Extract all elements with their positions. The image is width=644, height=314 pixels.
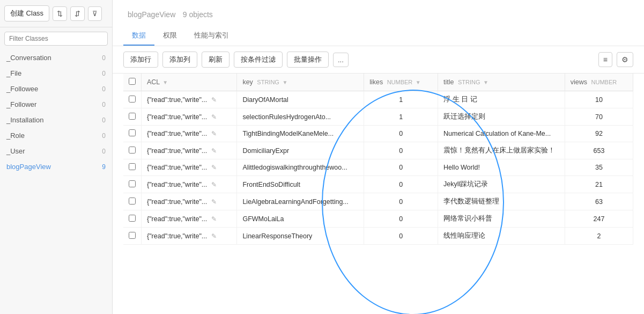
sidebar-header: 创建 Class ⇅ ⇵ ⊽ [0, 0, 112, 27]
sidebar-item--Conversation[interactable]: _Conversation0 [0, 50, 112, 65]
row-checkbox[interactable] [129, 198, 136, 205]
row-acl: {"read":true,"write"... ✎ [142, 126, 237, 142]
more-button[interactable]: ... [333, 53, 349, 67]
table-row: {"read":true,"write"... ✎ TightBindingMo… [123, 126, 633, 142]
sidebar-item-label: _Role [6, 132, 25, 140]
row-checkbox[interactable] [129, 180, 136, 187]
edit-icon[interactable]: ✎ [211, 232, 217, 240]
row-acl: {"read":true,"write"... ✎ [142, 228, 237, 245]
toolbar-right: ≡ ⚙ [598, 52, 633, 67]
row-views: 35 [565, 159, 633, 176]
sidebar-item--Follower[interactable]: _Follower0 [0, 97, 112, 112]
select-all-checkbox[interactable] [129, 78, 136, 85]
row-checkbox-cell [123, 126, 142, 142]
sidebar-item-count: 0 [102, 132, 106, 140]
table-row: {"read":true,"write"... ✎ DomiciliaryExp… [123, 142, 633, 159]
add-row-button[interactable]: 添加行 [123, 52, 158, 68]
columns-icon[interactable]: ≡ [598, 52, 612, 67]
row-title: 线性响应理论 [438, 228, 565, 245]
row-checkbox[interactable] [129, 129, 136, 136]
row-checkbox[interactable] [129, 163, 136, 170]
col-key: key STRING ▼ [237, 74, 364, 91]
row-checkbox-cell [123, 142, 142, 159]
row-checkbox[interactable] [129, 96, 136, 103]
edit-icon[interactable]: ✎ [211, 113, 217, 121]
tab-bar: 数据权限性能与索引 [123, 26, 633, 46]
edit-icon[interactable]: ✎ [211, 198, 217, 206]
col-title: title STRING ▼ [438, 74, 565, 91]
row-likes: 0 [364, 176, 438, 193]
sidebar-filter-button[interactable]: ⊽ [88, 6, 102, 21]
row-key: Alittledogiswalkingthroughthewoo... [237, 159, 364, 176]
sidebar-item-blogPageView[interactable]: blogPageView9 [0, 159, 112, 174]
row-checkbox-cell [123, 159, 142, 176]
sidebar-item-count: 0 [102, 85, 106, 93]
sidebar: 创建 Class ⇅ ⇵ ⊽ _Conversation0_File0_Foll… [0, 0, 113, 314]
object-count: 9 objects [183, 10, 213, 19]
row-checkbox-cell [123, 193, 142, 210]
row-checkbox[interactable] [129, 113, 136, 120]
refresh-button[interactable]: 刷新 [202, 52, 230, 68]
row-acl: {"read":true,"write"... ✎ [142, 142, 237, 159]
main-header: blogPageView 9 objects 数据权限性能与索引 [113, 0, 644, 46]
row-title: 跃迁选择定则 [438, 108, 565, 126]
sort-asc-button[interactable]: ⇅ [53, 6, 67, 21]
row-checkbox-cell [123, 176, 142, 193]
tab-权限[interactable]: 权限 [154, 26, 186, 46]
row-likes: 0 [364, 142, 438, 159]
row-title: Jekyll踩坑记录 [438, 176, 565, 193]
class-name: blogPageView [128, 10, 175, 19]
row-checkbox-cell [123, 228, 142, 245]
row-title: Numerical Calculation of Kane-Me... [438, 126, 565, 142]
table-row: {"read":true,"write"... ✎ FrontEndSoDiff… [123, 176, 633, 193]
col-checkbox [123, 74, 142, 91]
edit-icon[interactable]: ✎ [211, 96, 217, 104]
sidebar-item-count: 0 [102, 54, 106, 62]
data-table: ACL ▼ key STRING ▼ likes NUMBER ▼ title … [123, 74, 633, 245]
sidebar-item-count: 9 [102, 163, 106, 171]
edit-icon[interactable]: ✎ [211, 147, 217, 155]
sidebar-item-label: _File [6, 69, 21, 77]
sidebar-item--Followee[interactable]: _Followee0 [0, 81, 112, 97]
tab-性能与索引[interactable]: 性能与索引 [186, 26, 238, 46]
batch-button[interactable]: 批量操作 [287, 52, 329, 68]
row-acl: {"read":true,"write"... ✎ [142, 193, 237, 210]
row-likes: 0 [364, 210, 438, 228]
sidebar-item--Role[interactable]: _Role0 [0, 128, 112, 143]
row-acl: {"read":true,"write"... ✎ [142, 108, 237, 126]
row-checkbox[interactable] [129, 215, 136, 222]
filter-button[interactable]: 按条件过滤 [234, 52, 283, 68]
add-col-button[interactable]: 添加列 [162, 52, 197, 68]
create-class-button[interactable]: 创建 Class [4, 5, 49, 21]
sidebar-item-label: _Conversation [6, 54, 51, 62]
sidebar-item--User[interactable]: _User0 [0, 143, 112, 159]
row-checkbox-cell [123, 91, 142, 108]
sidebar-item-count: 0 [102, 116, 106, 124]
edit-icon[interactable]: ✎ [211, 130, 217, 137]
col-acl: ACL ▼ [142, 74, 237, 91]
col-likes: likes NUMBER ▼ [364, 74, 438, 91]
edit-icon[interactable]: ✎ [211, 215, 217, 223]
row-title: Hello World! [438, 159, 565, 176]
row-title: 浮 生 日 记 [438, 91, 565, 108]
row-likes: 0 [364, 228, 438, 245]
row-title: 李代数逻辑链整理 [438, 193, 565, 210]
sidebar-item--File[interactable]: _File0 [0, 65, 112, 81]
row-views: 10 [565, 91, 633, 108]
row-likes: 0 [364, 126, 438, 142]
row-views: 92 [565, 126, 633, 142]
row-views: 247 [565, 210, 633, 228]
tab-数据[interactable]: 数据 [123, 26, 154, 46]
row-checkbox[interactable] [129, 147, 136, 154]
sort-desc-button[interactable]: ⇵ [70, 6, 85, 21]
sidebar-item--Installation[interactable]: _Installation0 [0, 112, 112, 128]
row-views: 21 [565, 176, 633, 193]
row-acl: {"read":true,"write"... ✎ [142, 91, 237, 108]
edit-icon[interactable]: ✎ [211, 164, 217, 171]
row-key: GFWMoLaiLa [237, 210, 364, 228]
settings-icon[interactable]: ⚙ [617, 52, 633, 67]
edit-icon[interactable]: ✎ [211, 181, 217, 188]
row-key: TightBindingModelKaneMele... [237, 126, 364, 142]
row-checkbox[interactable] [129, 232, 136, 239]
filter-classes-input[interactable] [4, 32, 108, 46]
